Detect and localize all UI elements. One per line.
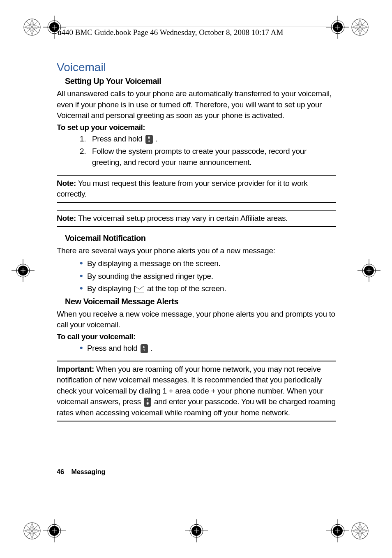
svg-line-25 <box>360 27 367 30</box>
list-item: 1. Press and hold E1 . <box>80 134 336 145</box>
note-box: Note: You must request this feature from… <box>57 175 336 203</box>
svg-line-35 <box>25 528 32 531</box>
svg-line-18 <box>360 20 363 27</box>
svg-line-45 <box>357 523 360 531</box>
procedure-title: To call your voicemail: <box>57 332 336 341</box>
bullet-icon: • <box>80 258 87 269</box>
list-item: • Press and hold E1 . <box>80 343 336 354</box>
body-paragraph: When you receive a new voice message, yo… <box>57 309 336 331</box>
svg-line-12 <box>32 27 39 30</box>
registration-star-icon <box>23 522 41 540</box>
note-text: You must request this feature from your … <box>57 179 308 199</box>
crop-line <box>54 519 54 558</box>
svg-line-32 <box>29 523 32 531</box>
svg-line-20 <box>360 27 363 35</box>
svg-line-19 <box>357 20 360 27</box>
crosshair-icon <box>185 519 208 542</box>
svg-line-11 <box>32 24 39 27</box>
subsection-title: Voicemail Notification <box>65 234 336 243</box>
bullet-list: • Press and hold E1 . <box>80 343 336 354</box>
svg-line-5 <box>32 20 35 27</box>
svg-line-34 <box>29 531 32 538</box>
bullet-icon: • <box>80 271 87 282</box>
svg-line-22 <box>353 24 360 27</box>
bullet-icon: • <box>80 343 87 354</box>
svg-line-36 <box>25 531 32 534</box>
svg-line-37 <box>32 528 39 531</box>
svg-line-24 <box>360 24 367 27</box>
registration-star-icon <box>351 522 369 540</box>
registration-star-icon <box>23 18 41 36</box>
header-text: u440 BMC Guide.book Page 46 Wednesday, O… <box>58 28 283 37</box>
list-text: Follow the system prompts to create your… <box>92 146 336 168</box>
note-box: Note: The voicemail setup process may va… <box>57 210 336 227</box>
list-item: • By sounding the assigned ringer type. <box>80 271 336 282</box>
list-text: Press and hold E1 . <box>92 134 336 145</box>
svg-line-31 <box>32 523 35 531</box>
important-box: Important: When you are roaming off your… <box>57 361 336 422</box>
svg-line-21 <box>357 27 360 35</box>
svg-line-23 <box>353 27 360 30</box>
svg-line-6 <box>29 20 32 27</box>
important-label: Important: <box>57 365 94 373</box>
svg-line-48 <box>353 528 360 531</box>
note-label: Note: <box>57 179 76 188</box>
bullet-list: • By displaying a message on the screen.… <box>80 258 336 294</box>
crosshair-icon <box>357 259 380 282</box>
list-item: 2. Follow the system prompts to create y… <box>80 146 336 168</box>
registration-star-icon <box>351 18 369 36</box>
subsection-title: Setting Up Your Voicemail <box>65 76 336 86</box>
envelope-icon <box>134 286 144 292</box>
list-text: By sounding the assigned ringer type. <box>87 271 336 282</box>
crop-line <box>54 0 54 39</box>
list-item: • By displaying at the top of the screen… <box>80 283 336 294</box>
list-item: • By displaying a message on the screen. <box>80 258 336 269</box>
page-number: 46 <box>57 468 64 475</box>
list-number: 2. <box>80 146 92 168</box>
list-text: By displaying at the top of the screen. <box>87 283 336 294</box>
procedure-title: To set up your voicemail: <box>57 123 336 132</box>
key-1-icon: E1 <box>141 344 148 353</box>
svg-line-46 <box>360 531 363 538</box>
section-title: Voicemail <box>57 61 336 74</box>
body-paragraph: All unanswered calls to your phone are a… <box>57 88 336 121</box>
list-number: 1. <box>80 134 92 145</box>
body-paragraph: There are several ways your phone alerts… <box>57 245 336 257</box>
list-text: By displaying a message on the screen. <box>87 258 336 269</box>
svg-line-9 <box>25 24 32 27</box>
ordered-list: 1. Press and hold E1 . 2. Follow the sys… <box>80 134 336 168</box>
svg-line-33 <box>32 531 35 538</box>
header-rule <box>43 26 349 26</box>
note-label: Note: <box>57 214 76 222</box>
svg-line-8 <box>29 27 32 35</box>
crosshair-icon <box>326 519 349 542</box>
svg-line-47 <box>357 531 360 538</box>
svg-line-10 <box>25 27 32 30</box>
svg-line-50 <box>360 528 367 531</box>
note-text: The voicemail setup process may vary in … <box>76 214 288 222</box>
bullet-icon: • <box>80 283 87 294</box>
page-footer: 46 Messaging <box>57 468 105 476</box>
key-1-icon: E1 <box>145 135 153 144</box>
list-text: Press and hold E1 . <box>87 343 336 354</box>
svg-line-38 <box>32 531 39 534</box>
subsection-title: New Voicemail Message Alerts <box>65 297 336 306</box>
crosshair-icon <box>12 259 35 282</box>
page-content: Voicemail Setting Up Your Voicemail All … <box>57 61 336 428</box>
svg-line-7 <box>32 27 35 35</box>
svg-line-51 <box>360 531 367 534</box>
footer-section: Messaging <box>71 468 106 475</box>
svg-line-49 <box>353 531 360 534</box>
svg-line-44 <box>360 523 363 531</box>
crosshair-icon <box>326 16 349 39</box>
crosshair-icon <box>43 519 66 542</box>
key-star-icon: ?✱ <box>144 398 151 407</box>
